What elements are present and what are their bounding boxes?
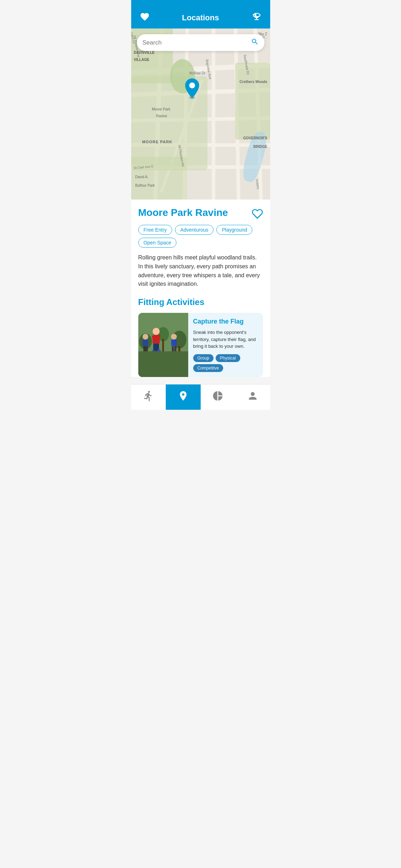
nav-locations[interactable]: [166, 384, 201, 410]
svg-rect-3: [138, 359, 188, 377]
svg-rect-20: [143, 346, 145, 352]
svg-point-16: [151, 350, 155, 354]
nav-stats[interactable]: [201, 384, 236, 410]
activity-tag-physical: Physical: [216, 354, 240, 362]
svg-rect-19: [143, 340, 148, 346]
svg-point-18: [143, 334, 148, 340]
svg-rect-24: [172, 346, 174, 352]
content-area: Moore Park Ravine Free Entry Adventurous…: [131, 200, 270, 377]
locations-icon: [178, 390, 189, 404]
activity-image: [138, 313, 188, 377]
tag-free-entry: Free Entry: [138, 225, 172, 235]
location-title: Moore Park Ravine: [138, 207, 247, 219]
heart-button[interactable]: [252, 208, 263, 221]
svg-rect-26: [138, 366, 188, 377]
search-bar[interactable]: [137, 34, 264, 51]
svg-point-22: [171, 334, 177, 340]
favorites-button[interactable]: [140, 12, 150, 24]
activity-tag-group: Group: [193, 354, 214, 362]
tag-adventurous: Adventurous: [175, 225, 214, 235]
stats-icon: [212, 390, 223, 404]
nav-profile[interactable]: [235, 384, 270, 410]
svg-rect-9: [162, 339, 164, 359]
profile-icon: [247, 390, 258, 404]
activity-icon: [143, 390, 154, 404]
svg-rect-25: [174, 346, 176, 352]
bottom-nav: [131, 384, 270, 410]
activity-card[interactable]: Capture the Flag Sneak into the opponent…: [138, 313, 263, 377]
svg-rect-23: [171, 340, 177, 346]
location-description: Rolling green hills meet playful woodlan…: [138, 253, 263, 289]
tag-open-space: Open Space: [138, 238, 177, 248]
svg-point-10: [153, 328, 160, 335]
trophy-button[interactable]: [252, 12, 262, 24]
page-title: Locations: [182, 13, 219, 22]
activity-description: Sneak into the opponent's territory, cap…: [193, 329, 258, 350]
location-tags: Free Entry Adventurous Playground Open S…: [138, 225, 263, 248]
activity-info: Capture the Flag Sneak into the opponent…: [188, 313, 263, 377]
search-input[interactable]: [143, 39, 251, 46]
location-pin[interactable]: [183, 78, 201, 100]
activity-tags: Group Physical Competitve: [193, 354, 258, 372]
search-button[interactable]: [251, 38, 259, 47]
svg-point-17: [157, 349, 161, 353]
activity-title: Capture the Flag: [193, 318, 258, 325]
svg-rect-21: [146, 346, 148, 352]
activity-tag-competitive: Competitve: [193, 364, 223, 372]
map-container[interactable]: DAVISVILLE VILLAGE Millwood Rd McRae Dr …: [131, 29, 270, 200]
location-header: Moore Park Ravine: [138, 207, 263, 221]
fitting-activities-title: Fitting Activities: [138, 297, 263, 307]
header: Locations: [131, 0, 270, 29]
nav-activity[interactable]: [131, 384, 166, 410]
svg-rect-7: [178, 346, 180, 359]
svg-point-1: [189, 82, 195, 88]
tag-playground: Playground: [216, 225, 252, 235]
